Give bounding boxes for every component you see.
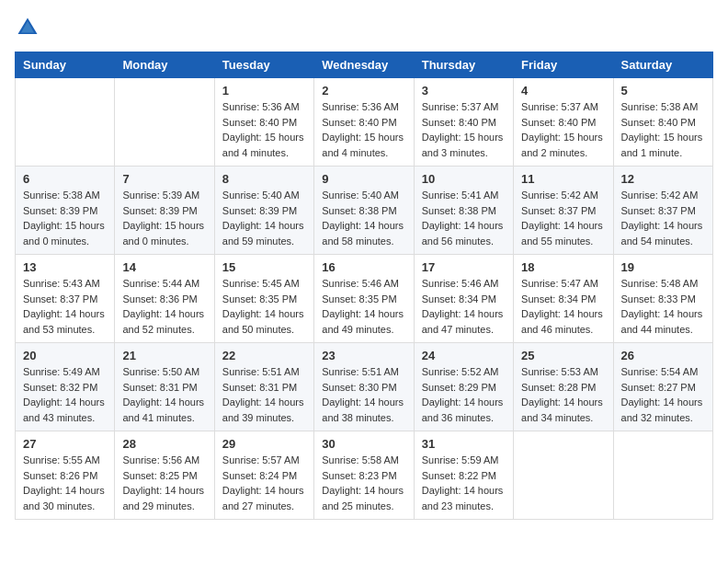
calendar-cell xyxy=(514,431,613,520)
day-number: 5 xyxy=(621,84,705,98)
day-number: 19 xyxy=(621,260,705,274)
day-info: Sunrise: 5:36 AMSunset: 8:40 PMDaylight:… xyxy=(322,99,405,160)
calendar-week-row: 6Sunrise: 5:38 AMSunset: 8:39 PMDaylight… xyxy=(16,167,713,255)
sunset-text: Sunset: 8:37 PM xyxy=(621,205,696,216)
day-info: Sunrise: 5:57 AMSunset: 8:24 PMDaylight:… xyxy=(222,453,306,513)
calendar-cell: 23Sunrise: 5:51 AMSunset: 8:30 PMDayligh… xyxy=(314,343,414,431)
calendar-header-row: SundayMondayTuesdayWednesdayThursdayFrid… xyxy=(16,52,713,78)
day-number: 21 xyxy=(122,349,206,362)
sunset-text: Sunset: 8:40 PM xyxy=(422,117,496,128)
calendar-cell: 22Sunrise: 5:51 AMSunset: 8:31 PMDayligh… xyxy=(214,343,313,431)
day-number: 13 xyxy=(23,260,107,274)
sunset-text: Sunset: 8:38 PM xyxy=(422,205,496,216)
day-info: Sunrise: 5:50 AMSunset: 8:31 PMDaylight:… xyxy=(122,364,206,425)
day-number: 24 xyxy=(422,349,506,362)
day-number: 25 xyxy=(521,349,605,362)
day-info: Sunrise: 5:59 AMSunset: 8:22 PMDaylight:… xyxy=(422,453,506,513)
day-info: Sunrise: 5:37 AMSunset: 8:40 PMDaylight:… xyxy=(521,99,605,160)
calendar-week-row: 1Sunrise: 5:36 AMSunset: 8:40 PMDaylight… xyxy=(16,78,713,167)
calendar-cell: 10Sunrise: 5:41 AMSunset: 8:38 PMDayligh… xyxy=(414,167,513,255)
sunset-text: Sunset: 8:33 PM xyxy=(621,293,696,304)
day-number: 16 xyxy=(322,260,405,274)
daylight-text: Daylight: 14 hours and 53 minutes. xyxy=(23,308,105,335)
calendar-cell xyxy=(613,431,712,520)
day-number: 29 xyxy=(222,437,306,451)
calendar-cell: 31Sunrise: 5:59 AMSunset: 8:22 PMDayligh… xyxy=(414,431,513,520)
calendar-cell: 1Sunrise: 5:36 AMSunset: 8:40 PMDaylight… xyxy=(214,78,313,167)
day-info: Sunrise: 5:49 AMSunset: 8:32 PMDaylight:… xyxy=(23,364,107,425)
sunrise-text: Sunrise: 5:43 AM xyxy=(23,278,100,289)
day-info: Sunrise: 5:37 AMSunset: 8:40 PMDaylight:… xyxy=(422,99,506,160)
weekday-header-thursday: Thursday xyxy=(414,52,513,78)
day-info: Sunrise: 5:46 AMSunset: 8:34 PMDaylight:… xyxy=(422,276,506,337)
calendar-cell: 20Sunrise: 5:49 AMSunset: 8:32 PMDayligh… xyxy=(16,343,115,431)
sunrise-text: Sunrise: 5:50 AM xyxy=(122,366,199,377)
daylight-text: Daylight: 14 hours and 47 minutes. xyxy=(422,308,504,335)
daylight-text: Daylight: 14 hours and 27 minutes. xyxy=(222,485,304,511)
day-info: Sunrise: 5:43 AMSunset: 8:37 PMDaylight:… xyxy=(23,276,107,337)
weekday-header-wednesday: Wednesday xyxy=(314,52,414,78)
day-info: Sunrise: 5:40 AMSunset: 8:39 PMDaylight:… xyxy=(222,188,306,248)
day-number: 18 xyxy=(521,260,605,274)
daylight-text: Daylight: 14 hours and 34 minutes. xyxy=(521,396,603,423)
sunrise-text: Sunrise: 5:58 AM xyxy=(322,454,399,465)
day-number: 15 xyxy=(222,260,306,274)
calendar-cell: 6Sunrise: 5:38 AMSunset: 8:39 PMDaylight… xyxy=(16,167,115,255)
calendar-cell: 19Sunrise: 5:48 AMSunset: 8:33 PMDayligh… xyxy=(613,255,712,343)
sunset-text: Sunset: 8:39 PM xyxy=(23,205,97,216)
calendar-cell: 14Sunrise: 5:44 AMSunset: 8:36 PMDayligh… xyxy=(115,255,214,343)
weekday-header-friday: Friday xyxy=(514,52,613,78)
daylight-text: Daylight: 14 hours and 49 minutes. xyxy=(322,308,404,335)
day-info: Sunrise: 5:51 AMSunset: 8:30 PMDaylight:… xyxy=(322,364,405,425)
day-info: Sunrise: 5:41 AMSunset: 8:38 PMDaylight:… xyxy=(422,188,506,248)
sunset-text: Sunset: 8:22 PM xyxy=(422,470,496,481)
daylight-text: Daylight: 14 hours and 36 minutes. xyxy=(422,396,504,423)
day-number: 27 xyxy=(23,437,107,451)
sunrise-text: Sunrise: 5:45 AM xyxy=(222,278,300,289)
sunset-text: Sunset: 8:38 PM xyxy=(322,205,396,216)
calendar-week-row: 27Sunrise: 5:55 AMSunset: 8:26 PMDayligh… xyxy=(16,431,713,520)
daylight-text: Daylight: 15 hours and 0 minutes. xyxy=(23,220,105,247)
sunrise-text: Sunrise: 5:37 AM xyxy=(521,101,598,112)
sunset-text: Sunset: 8:31 PM xyxy=(122,382,197,393)
daylight-text: Daylight: 15 hours and 4 minutes. xyxy=(222,132,304,158)
daylight-text: Daylight: 14 hours and 56 minutes. xyxy=(422,220,504,247)
weekday-header-sunday: Sunday xyxy=(16,52,115,78)
calendar-week-row: 20Sunrise: 5:49 AMSunset: 8:32 PMDayligh… xyxy=(16,343,713,431)
sunset-text: Sunset: 8:25 PM xyxy=(122,470,197,481)
daylight-text: Daylight: 14 hours and 55 minutes. xyxy=(521,220,603,247)
day-info: Sunrise: 5:38 AMSunset: 8:39 PMDaylight:… xyxy=(23,188,107,248)
day-info: Sunrise: 5:55 AMSunset: 8:26 PMDaylight:… xyxy=(23,453,107,513)
day-number: 26 xyxy=(621,349,705,362)
daylight-text: Daylight: 14 hours and 46 minutes. xyxy=(521,308,603,335)
daylight-text: Daylight: 14 hours and 38 minutes. xyxy=(322,396,404,423)
sunset-text: Sunset: 8:40 PM xyxy=(621,117,696,128)
day-number: 31 xyxy=(422,437,506,451)
sunset-text: Sunset: 8:37 PM xyxy=(23,293,97,304)
sunrise-text: Sunrise: 5:48 AM xyxy=(621,278,699,289)
calendar-cell: 21Sunrise: 5:50 AMSunset: 8:31 PMDayligh… xyxy=(115,343,214,431)
sunset-text: Sunset: 8:27 PM xyxy=(621,382,696,393)
sunrise-text: Sunrise: 5:51 AM xyxy=(322,366,399,377)
sunrise-text: Sunrise: 5:59 AM xyxy=(422,454,499,465)
day-info: Sunrise: 5:52 AMSunset: 8:29 PMDaylight:… xyxy=(422,364,506,425)
day-number: 12 xyxy=(621,172,705,186)
calendar-cell: 16Sunrise: 5:46 AMSunset: 8:35 PMDayligh… xyxy=(314,255,414,343)
sunset-text: Sunset: 8:35 PM xyxy=(222,293,297,304)
sunset-text: Sunset: 8:36 PM xyxy=(122,293,197,304)
calendar-cell: 7Sunrise: 5:39 AMSunset: 8:39 PMDaylight… xyxy=(115,167,214,255)
sunset-text: Sunset: 8:30 PM xyxy=(322,382,396,393)
day-info: Sunrise: 5:38 AMSunset: 8:40 PMDaylight:… xyxy=(621,99,705,160)
calendar-cell: 12Sunrise: 5:42 AMSunset: 8:37 PMDayligh… xyxy=(613,167,712,255)
daylight-text: Daylight: 15 hours and 3 minutes. xyxy=(422,132,504,158)
calendar-cell: 9Sunrise: 5:40 AMSunset: 8:38 PMDaylight… xyxy=(314,167,414,255)
calendar-cell: 29Sunrise: 5:57 AMSunset: 8:24 PMDayligh… xyxy=(214,431,313,520)
day-number: 8 xyxy=(222,172,306,186)
sunrise-text: Sunrise: 5:47 AM xyxy=(521,278,598,289)
weekday-header-monday: Monday xyxy=(115,52,214,78)
day-info: Sunrise: 5:40 AMSunset: 8:38 PMDaylight:… xyxy=(322,188,405,248)
sunrise-text: Sunrise: 5:42 AM xyxy=(521,190,598,201)
sunset-text: Sunset: 8:32 PM xyxy=(23,382,97,393)
sunset-text: Sunset: 8:37 PM xyxy=(521,205,596,216)
sunrise-text: Sunrise: 5:46 AM xyxy=(322,278,399,289)
